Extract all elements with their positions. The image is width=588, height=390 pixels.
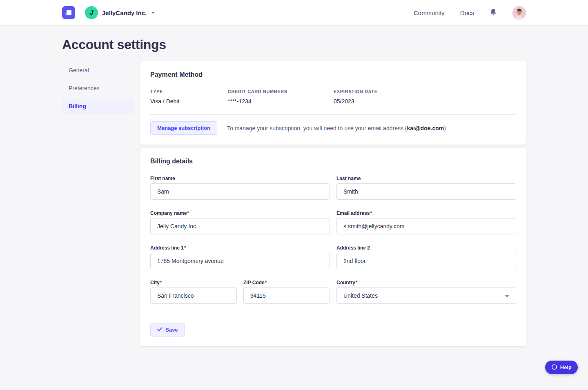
payment-method-card: Payment Method TYPE Visa / Debit CREDIT …	[140, 61, 526, 145]
field-label: CREDIT CARD NUMBERS	[228, 89, 334, 94]
address-line-2-field: Address line 2	[336, 245, 516, 269]
field-label: EXPIRATION DATE	[334, 89, 516, 94]
company-name-input[interactable]	[150, 218, 330, 234]
field-label: TYPE	[150, 89, 228, 94]
country-select[interactable]: United States	[336, 287, 516, 304]
divider	[150, 314, 516, 314]
top-navbar: J JellyCandy Inc. Community Docs	[0, 0, 588, 26]
subscription-note-text: To manage your subscription, you will ne…	[227, 125, 407, 131]
account-settings-page: Account settings General Preferences Bil…	[0, 26, 588, 371]
app-logo[interactable]	[62, 6, 75, 19]
zip-code-label: ZIP Code*	[243, 280, 330, 285]
address-line-2-input[interactable]	[336, 253, 516, 269]
required-marker: *	[187, 210, 189, 216]
company-name-label: Company name*	[150, 210, 330, 216]
first-name-label: First name	[150, 176, 330, 181]
nav-link-docs[interactable]: Docs	[460, 9, 474, 16]
sidebar-item-preferences[interactable]: Preferences	[62, 81, 134, 96]
address-line-2-label: Address line 2	[336, 245, 516, 251]
city-field: City*	[150, 280, 237, 304]
email-address-field: Email address*	[336, 210, 516, 234]
payment-method-title: Payment Method	[150, 71, 516, 78]
payment-field-type: TYPE Visa / Debit	[150, 89, 228, 105]
org-avatar-icon: J	[85, 6, 98, 19]
address-line-1-label: Address line 1*	[150, 245, 330, 251]
required-marker: *	[160, 280, 162, 285]
subscription-note-email: kai@doe.com	[407, 125, 444, 131]
company-name-field: Company name*	[150, 210, 330, 234]
email-address-label: Email address*	[336, 210, 516, 216]
divider	[150, 114, 516, 115]
first-name-field: First name	[150, 176, 330, 200]
subscription-note: To manage your subscription, you will ne…	[227, 125, 446, 131]
sidebar-item-general[interactable]: General	[62, 63, 134, 78]
last-name-input[interactable]	[336, 183, 516, 200]
payment-field-expiration: EXPIRATION DATE 05/2023	[334, 89, 516, 105]
manage-subscription-button[interactable]: Manage subscription	[150, 121, 217, 135]
org-switcher[interactable]: J JellyCandy Inc.	[85, 6, 155, 19]
chevron-down-icon	[151, 12, 155, 14]
address-line-1-input[interactable]	[150, 253, 330, 269]
first-name-input[interactable]	[150, 183, 330, 200]
notifications-button[interactable]	[490, 8, 497, 17]
sidebar-item-billing[interactable]: Billing	[62, 99, 134, 114]
payment-field-card-numbers: CREDIT CARD NUMBERS ****-1234	[228, 89, 334, 105]
page-title: Account settings	[62, 37, 526, 52]
country-field: Country* United States	[336, 280, 516, 304]
save-button[interactable]: Save	[150, 323, 185, 337]
field-value: Visa / Debit	[150, 98, 228, 105]
user-menu-button[interactable]	[512, 6, 526, 20]
bell-icon	[490, 8, 497, 17]
help-button[interactable]: Help	[545, 361, 578, 374]
chevron-down-icon	[505, 292, 509, 299]
required-marker: *	[370, 210, 372, 216]
billing-details-title: Billing details	[150, 158, 516, 165]
country-select-value: United States	[343, 292, 378, 299]
zip-code-field: ZIP Code*	[243, 280, 330, 304]
city-label: City*	[150, 280, 237, 285]
email-address-input[interactable]	[336, 218, 516, 234]
country-label: Country*	[336, 280, 516, 285]
required-marker: *	[356, 280, 358, 285]
zip-code-input[interactable]	[243, 287, 330, 304]
required-marker: *	[265, 280, 267, 285]
settings-sidebar: General Preferences Billing	[62, 61, 134, 114]
nav-link-community[interactable]: Community	[414, 9, 445, 16]
check-icon	[157, 327, 162, 333]
help-button-label: Help	[560, 364, 572, 370]
help-ring-icon	[551, 364, 557, 371]
avatar	[512, 15, 526, 20]
last-name-field: Last name	[336, 176, 516, 200]
save-button-label: Save	[165, 327, 178, 333]
subscription-note-suffix: )	[444, 125, 446, 131]
last-name-label: Last name	[336, 176, 516, 181]
app-logo-icon	[62, 14, 75, 20]
org-name: JellyCandy Inc.	[102, 9, 147, 16]
address-line-1-field: Address line 1*	[150, 245, 330, 269]
required-marker: *	[184, 245, 186, 251]
field-value: 05/2023	[334, 98, 516, 105]
city-input[interactable]	[150, 287, 237, 304]
field-value: ****-1234	[228, 98, 334, 105]
billing-details-card: Billing details First name Last name Com…	[140, 148, 526, 346]
